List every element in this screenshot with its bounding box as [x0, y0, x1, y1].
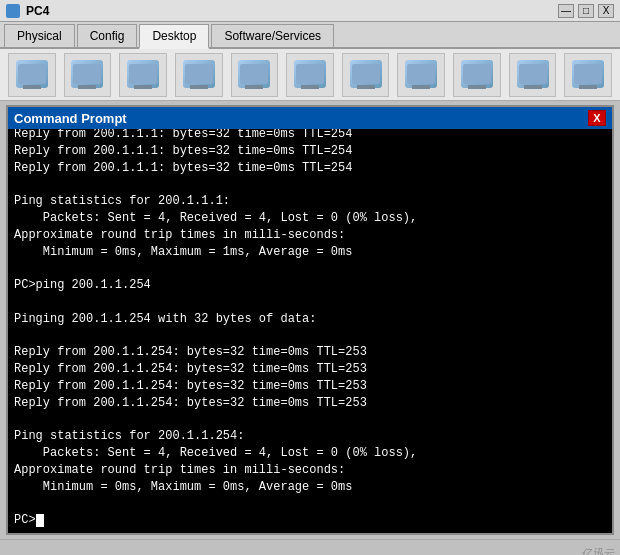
tab-physical[interactable]: Physical	[4, 24, 75, 47]
pc-shape-1	[18, 64, 46, 84]
maximize-button[interactable]: □	[578, 4, 594, 18]
device-img-5	[238, 60, 270, 88]
device-icon-11[interactable]	[564, 53, 612, 97]
device-img-8	[405, 60, 437, 88]
minimize-button[interactable]: —	[558, 4, 574, 18]
pc-shape-11	[574, 64, 602, 84]
device-icon-10[interactable]	[509, 53, 557, 97]
device-img-9	[461, 60, 493, 88]
device-img-10	[517, 60, 549, 88]
device-icon-3[interactable]	[119, 53, 167, 97]
device-icon-1[interactable]	[8, 53, 56, 97]
device-icon-4[interactable]	[175, 53, 223, 97]
pc-shape-4	[185, 64, 213, 84]
cmd-titlebar: Command Prompt X	[8, 107, 612, 129]
window-controls: — □ X	[558, 4, 614, 18]
device-img-7	[350, 60, 382, 88]
device-img-3	[127, 60, 159, 88]
bottom-bar: 亿迅云	[0, 539, 620, 555]
device-icon-8[interactable]	[397, 53, 445, 97]
terminal-cursor	[36, 514, 44, 527]
title-bar: PC4 — □ X	[0, 0, 620, 22]
device-icon-7[interactable]	[342, 53, 390, 97]
window-title: PC4	[26, 4, 49, 18]
device-row	[0, 49, 620, 101]
device-img-4	[183, 60, 215, 88]
pc-shape-3	[129, 64, 157, 84]
watermark: 亿迅云	[581, 546, 614, 555]
device-icon-5[interactable]	[231, 53, 279, 97]
device-icon-2[interactable]	[64, 53, 112, 97]
tab-config[interactable]: Config	[77, 24, 138, 47]
close-button[interactable]: X	[598, 4, 614, 18]
cmd-close-button[interactable]: X	[588, 110, 606, 126]
device-icon-9[interactable]	[453, 53, 501, 97]
pc-shape-2	[73, 64, 101, 84]
device-img-6	[294, 60, 326, 88]
pc-shape-6	[296, 64, 324, 84]
device-img-2	[71, 60, 103, 88]
tab-software[interactable]: Software/Services	[211, 24, 334, 47]
device-img-1	[16, 60, 48, 88]
tab-bar: Physical Config Desktop Software/Service…	[0, 22, 620, 49]
app-icon	[6, 4, 20, 18]
pc-shape-5	[240, 64, 268, 84]
terminal-output[interactable]: PC>ping 200.1.1.1 Pinging 200.1.1.1 with…	[8, 129, 612, 533]
device-icon-6[interactable]	[286, 53, 334, 97]
cmd-title: Command Prompt	[14, 111, 127, 126]
pc-shape-9	[463, 64, 491, 84]
device-img-11	[572, 60, 604, 88]
pc-shape-8	[407, 64, 435, 84]
cmd-window: Command Prompt X PC>ping 200.1.1.1 Pingi…	[6, 105, 614, 535]
tab-desktop[interactable]: Desktop	[139, 24, 209, 49]
pc-shape-10	[519, 64, 547, 84]
pc-shape-7	[352, 64, 380, 84]
